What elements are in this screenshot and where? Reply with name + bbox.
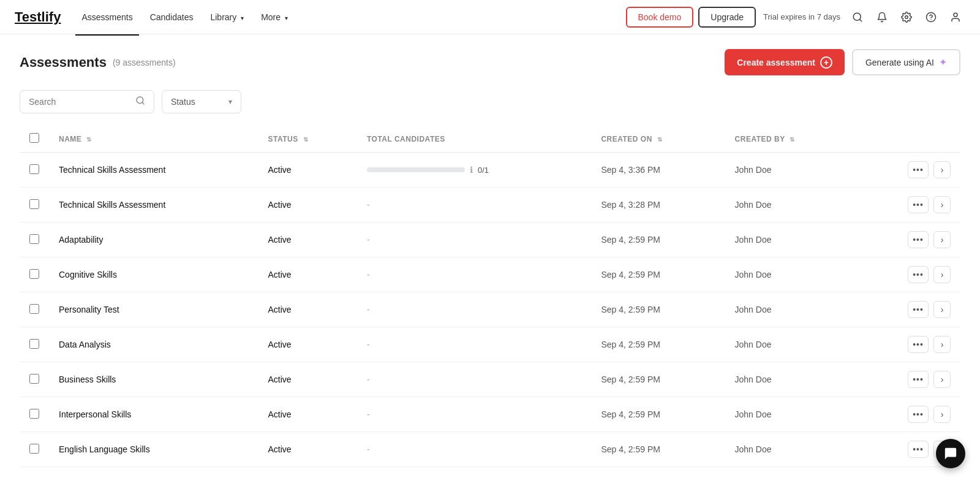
created-by-value: John Doe (735, 409, 772, 419)
more-options-button[interactable]: ••• (908, 336, 929, 353)
assessment-name[interactable]: Technical Skills Assessment (59, 165, 165, 175)
create-assessment-button[interactable]: Create assessment + (725, 49, 845, 75)
open-assessment-button[interactable]: › (933, 196, 951, 213)
created-by-sort-icon[interactable]: ⇅ (790, 136, 795, 143)
no-candidates: - (367, 340, 370, 349)
total-candidates-cell: - (357, 432, 591, 467)
assessment-name[interactable]: Data Analysis (59, 340, 111, 349)
row-actions-cell: ••• › (857, 362, 960, 397)
name-sort-icon[interactable]: ⇅ (86, 136, 92, 143)
row-checkbox-cell (20, 327, 49, 362)
chat-support-button[interactable] (936, 439, 965, 468)
status-value: Active (268, 165, 291, 175)
assessment-name[interactable]: Adaptability (59, 235, 103, 245)
status-sort-icon[interactable]: ⇅ (303, 136, 309, 143)
page-title: Assessments (20, 55, 107, 70)
no-candidates: - (367, 444, 370, 454)
notifications-icon[interactable] (872, 7, 892, 27)
settings-icon[interactable] (897, 7, 916, 27)
more-options-button[interactable]: ••• (908, 266, 929, 283)
created-on-value: Sep 4, 2:59 PM (601, 270, 660, 280)
more-options-button[interactable]: ••• (908, 371, 929, 388)
assessment-name[interactable]: English Language Skills (59, 444, 150, 454)
status-cell: Active (258, 292, 356, 327)
created-on-cell: Sep 4, 2:59 PM (591, 222, 725, 257)
user-icon[interactable] (946, 7, 965, 27)
assessment-name-cell: Cognitive Skills (49, 257, 258, 292)
open-assessment-button[interactable]: › (933, 231, 951, 248)
name-column-header: NAME ⇅ (49, 126, 258, 153)
help-icon[interactable] (921, 7, 941, 27)
progress-bar-wrap (367, 167, 465, 172)
assessment-name-cell: Adaptability (49, 222, 258, 257)
search-input[interactable] (29, 97, 132, 107)
book-demo-button[interactable]: Book demo (626, 7, 694, 28)
created-by-cell: John Doe (725, 222, 858, 257)
row-actions: ••• › (867, 336, 951, 353)
select-all-checkbox[interactable] (29, 133, 39, 143)
nav-more[interactable]: More ▾ (255, 9, 294, 26)
created-by-cell: John Doe (725, 257, 858, 292)
assessment-name[interactable]: Cognitive Skills (59, 270, 117, 280)
total-candidates-cell: - (357, 362, 591, 397)
created-by-value: John Doe (735, 270, 772, 280)
created-by-cell: John Doe (725, 153, 858, 188)
status-value: Active (268, 235, 291, 245)
row-checkbox[interactable] (29, 444, 39, 454)
no-candidates: - (367, 305, 370, 314)
created-on-cell: Sep 4, 2:59 PM (591, 362, 725, 397)
header-actions: Create assessment + Generate using AI ✦ (725, 49, 960, 75)
more-options-button[interactable]: ••• (908, 441, 929, 458)
created-on-sort-icon[interactable]: ⇅ (657, 136, 663, 143)
nav-assessments[interactable]: Assessments (75, 9, 138, 26)
status-label: Status (171, 97, 224, 107)
more-options-button[interactable]: ••• (908, 231, 929, 248)
row-checkbox[interactable] (29, 304, 39, 314)
open-assessment-button[interactable]: › (933, 161, 951, 178)
search-icon (135, 96, 145, 108)
logo[interactable]: Testlify (15, 9, 61, 25)
row-checkbox[interactable] (29, 339, 39, 349)
row-checkbox[interactable] (29, 269, 39, 279)
status-cell: Active (258, 188, 356, 222)
open-assessment-button[interactable]: › (933, 266, 951, 283)
more-options-button[interactable]: ••• (908, 161, 929, 178)
assessment-name[interactable]: Interpersonal Skills (59, 409, 131, 419)
assessment-name-cell: English Language Skills (49, 432, 258, 467)
row-checkbox[interactable] (29, 199, 39, 209)
navbar: Testlify Assessments Candidates Library … (0, 0, 980, 34)
row-actions: ••• › (867, 231, 951, 248)
no-candidates: - (367, 235, 370, 245)
nav-candidates[interactable]: Candidates (144, 9, 200, 26)
assessment-name[interactable]: Technical Skills Assessment (59, 200, 165, 210)
open-assessment-button[interactable]: › (933, 336, 951, 353)
row-checkbox-cell (20, 362, 49, 397)
more-options-button[interactable]: ••• (908, 301, 929, 318)
more-options-button[interactable]: ••• (908, 406, 929, 423)
row-checkbox[interactable] (29, 374, 39, 384)
generate-ai-button[interactable]: Generate using AI ✦ (852, 49, 960, 75)
open-assessment-button[interactable]: › (933, 301, 951, 318)
created-on-cell: Sep 4, 2:59 PM (591, 432, 725, 467)
created-by-value: John Doe (735, 165, 772, 175)
status-dropdown[interactable]: Status ▾ (162, 90, 241, 113)
row-checkbox[interactable] (29, 409, 39, 419)
assessment-name[interactable]: Business Skills (59, 375, 116, 384)
created-by-cell: John Doe (725, 188, 858, 222)
more-options-button[interactable]: ••• (908, 196, 929, 213)
nav-library[interactable]: Library ▾ (204, 9, 250, 26)
created-by-cell: John Doe (725, 432, 858, 467)
created-on-value: Sep 4, 2:59 PM (601, 305, 660, 314)
open-assessment-button[interactable]: › (933, 406, 951, 423)
created-by-value: John Doe (735, 305, 772, 314)
info-icon[interactable]: ℹ (470, 165, 473, 175)
row-checkbox[interactable] (29, 164, 39, 174)
assessment-name[interactable]: Personality Test (59, 305, 119, 314)
upgrade-button[interactable]: Upgrade (698, 7, 756, 28)
open-assessment-button[interactable]: › (933, 371, 951, 388)
search-box[interactable] (20, 90, 154, 113)
created-by-value: John Doe (735, 235, 772, 245)
row-checkbox[interactable] (29, 234, 39, 244)
search-icon[interactable] (848, 7, 867, 27)
total-candidates-cell: - (357, 222, 591, 257)
